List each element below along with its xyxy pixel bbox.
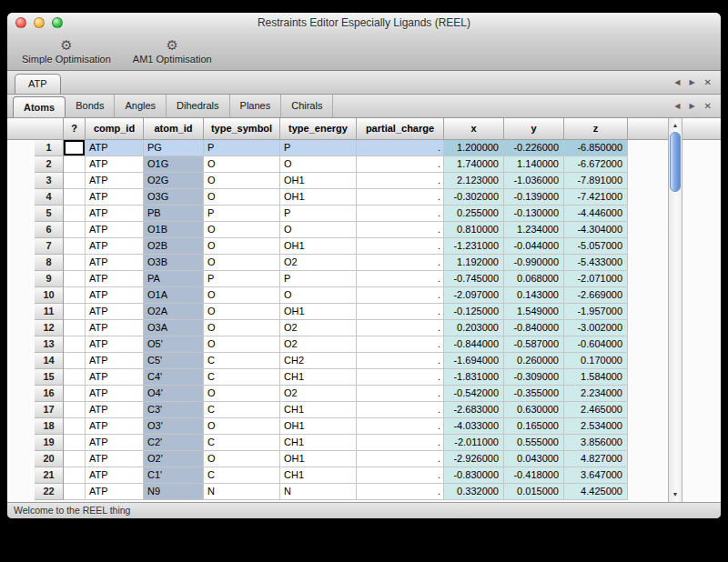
row-number[interactable]: 19 [35,435,64,451]
cell-x[interactable]: 1.740000 [444,156,504,173]
cell-x[interactable]: -0.830000 [444,467,504,484]
row-number[interactable]: 10 [35,287,64,304]
cell-type-energy[interactable]: OH1 [280,189,357,206]
cell-atom-id[interactable]: O1B [144,222,204,238]
cell-y[interactable]: 0.015000 [504,484,564,500]
cell-type-energy[interactable]: P [280,271,357,287]
cell-type-energy[interactable]: OH1 [280,238,357,255]
flag-cell[interactable] [64,435,86,451]
cell-type-energy[interactable]: O [280,156,357,173]
cell-comp-id[interactable]: ATP [86,222,144,238]
cell-atom-id[interactable]: O3A [144,320,204,336]
row-number[interactable]: 8 [35,255,64,271]
cell-comp-id[interactable]: ATP [86,320,144,336]
cell-z[interactable]: -1.957000 [564,304,628,320]
cell-z[interactable]: -0.604000 [564,336,628,353]
flag-cell[interactable] [64,189,86,206]
cell-type-energy[interactable]: CH1 [280,369,357,386]
scroll-thumb[interactable] [670,132,681,192]
row-number[interactable]: 18 [35,418,64,435]
col-header-y[interactable]: y [504,118,564,140]
cell-type-symbol[interactable]: O [204,255,280,271]
cell-x[interactable]: -2.926000 [444,451,504,467]
cell-type-energy[interactable]: OH1 [280,451,357,467]
cell-comp-id[interactable]: ATP [86,369,144,386]
flag-cell[interactable] [64,287,86,304]
cell-atom-id[interactable]: O3G [144,189,204,206]
cell-atom-id[interactable]: C4' [144,369,204,386]
cell-y[interactable]: -0.044000 [504,238,564,255]
cell-comp-id[interactable]: ATP [86,418,144,435]
cell-y[interactable]: 1.234000 [504,222,564,238]
cell-y[interactable]: 1.140000 [504,156,564,173]
cell-type-energy[interactable]: P [280,206,357,222]
cell-x[interactable]: 0.332000 [444,484,504,500]
cell-partial-charge[interactable]: . [357,287,444,304]
cell-partial-charge[interactable]: . [357,320,444,336]
cell-x[interactable]: -0.542000 [444,386,504,402]
flag-cell[interactable] [64,369,86,386]
cell-atom-id[interactable]: O4' [144,386,204,402]
cell-partial-charge[interactable]: . [357,353,444,369]
flag-cell[interactable] [64,140,86,156]
cell-type-symbol[interactable]: P [204,140,280,156]
cell-atom-id[interactable]: C5' [144,353,204,369]
tab-close-icon[interactable]: ✕ [704,101,712,111]
cell-x[interactable]: -1.694000 [444,353,504,369]
cell-atom-id[interactable]: PG [144,140,204,156]
row-number[interactable]: 20 [35,451,64,467]
cell-type-symbol[interactable]: C [204,467,280,484]
row-number[interactable]: 15 [35,369,64,386]
cell-x[interactable]: -0.125000 [444,304,504,320]
cell-type-symbol[interactable]: O [204,189,280,206]
cell-z[interactable]: -2.071000 [564,271,628,287]
flag-cell[interactable] [64,206,86,222]
col-header-type-symbol[interactable]: type_symbol [204,118,280,140]
cell-x[interactable]: -1.231000 [444,238,504,255]
cell-atom-id[interactable]: O2G [144,173,204,189]
cell-y[interactable]: -0.587000 [504,336,564,353]
cell-comp-id[interactable]: ATP [86,451,144,467]
cell-x[interactable]: -2.683000 [444,402,504,418]
cell-x[interactable]: 2.123000 [444,173,504,189]
cell-type-energy[interactable]: CH2 [280,353,357,369]
simple-optimisation-button[interactable]: ⚙ Simple Optimisation [11,36,122,67]
cell-comp-id[interactable]: ATP [86,484,144,500]
row-number[interactable]: 13 [35,336,64,353]
cell-type-symbol[interactable]: O [204,222,280,238]
cell-y[interactable]: -0.139000 [504,189,564,206]
cell-comp-id[interactable]: ATP [86,353,144,369]
cell-y[interactable]: -0.130000 [504,206,564,222]
cell-z[interactable]: 1.584000 [564,369,628,386]
cell-atom-id[interactable]: O2A [144,304,204,320]
flag-cell[interactable] [64,386,86,402]
cell-z[interactable]: 3.647000 [564,467,628,484]
cell-z[interactable]: -5.057000 [564,238,628,255]
flag-cell[interactable] [64,255,86,271]
col-header-type-energy[interactable]: type_energy [280,118,357,140]
cell-type-energy[interactable]: CH1 [280,435,357,451]
cell-partial-charge[interactable]: . [357,304,444,320]
cell-comp-id[interactable]: ATP [86,255,144,271]
cell-y[interactable]: -1.036000 [504,173,564,189]
cell-y[interactable]: -0.990000 [504,255,564,271]
cell-comp-id[interactable]: ATP [86,304,144,320]
cell-type-symbol[interactable]: P [204,271,280,287]
cell-type-energy[interactable]: N [280,484,357,500]
cell-type-symbol[interactable]: O [204,173,280,189]
cell-y[interactable]: -0.840000 [504,320,564,336]
row-number[interactable]: 22 [35,484,64,500]
cell-y[interactable]: 1.549000 [504,304,564,320]
tab-angles[interactable]: Angles [115,95,167,117]
cell-z[interactable]: -4.304000 [564,222,628,238]
flag-cell[interactable] [64,320,86,336]
row-number[interactable]: 2 [35,156,64,173]
cell-comp-id[interactable]: ATP [86,402,144,418]
cell-atom-id[interactable]: PB [144,206,204,222]
tab-scroll-right-icon[interactable]: ▶ [689,78,694,86]
vertical-scrollbar[interactable]: ▲ ▼ [668,118,682,502]
tab-dihedrals[interactable]: Dihedrals [167,95,229,117]
row-number[interactable]: 17 [35,402,64,418]
cell-atom-id[interactable]: O3B [144,255,204,271]
cell-z[interactable]: 2.534000 [564,418,628,435]
